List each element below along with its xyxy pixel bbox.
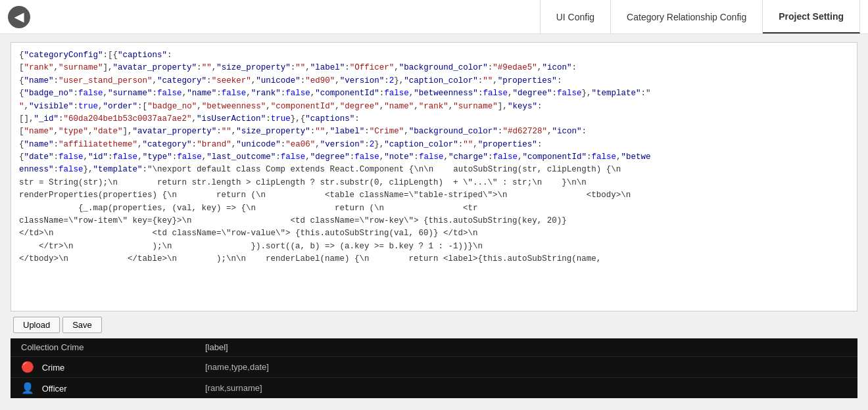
tab-category-relationship-config[interactable]: Category Relationship Config: [611, 0, 763, 34]
crime-row-name: 🔴 Crime: [21, 361, 205, 373]
collection-crime-name: Collection Crime: [21, 342, 205, 352]
upload-button[interactable]: Upload: [13, 317, 60, 333]
back-icon: ◀: [14, 10, 24, 24]
tab-ui-config[interactable]: UI Config: [540, 0, 611, 34]
collection-crime-keys: [label]: [205, 342, 228, 352]
list-item: 👤 Officer [rank,surname]: [11, 378, 857, 398]
bottom-panel: Collection Crime [label] 🔴 Crime [name,t…: [11, 338, 857, 398]
list-item: 🔴 Crime [name,type,date]: [11, 357, 857, 378]
tab-project-setting[interactable]: Project Setting: [763, 0, 860, 34]
tab-group: UI Config Category Relationship Config P…: [540, 0, 860, 34]
list-item: Collection Crime [label]: [11, 338, 857, 357]
back-button[interactable]: ◀: [8, 6, 30, 28]
crime-row-keys: [name,type,date]: [205, 362, 269, 372]
top-bar: ◀ UI Config Category Relationship Config…: [0, 0, 868, 34]
officer-row-keys: [rank,surname]: [205, 383, 262, 393]
officer-icon: 👤: [21, 382, 34, 394]
crime-icon: 🔴: [21, 361, 34, 373]
save-button[interactable]: Save: [62, 317, 102, 333]
main-content: {"categoryConfig":[{"captions": ["rank",…: [0, 34, 868, 398]
officer-row-name: 👤 Officer: [21, 382, 205, 394]
action-bar: Upload Save: [11, 311, 857, 338]
code-editor[interactable]: {"categoryConfig":[{"captions": ["rank",…: [11, 42, 857, 311]
